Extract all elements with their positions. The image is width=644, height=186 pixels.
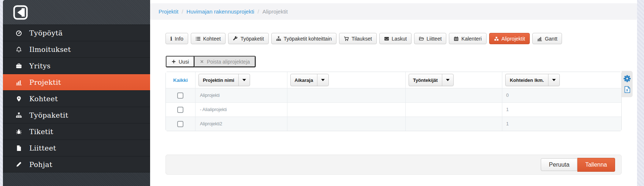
cell-deadline bbox=[287, 88, 405, 102]
tab-laskut[interactable]: Laskut bbox=[379, 33, 412, 44]
sidebar-item-pohjat[interactable]: Pohjat bbox=[3, 156, 150, 172]
file-icon bbox=[14, 145, 23, 151]
new-subproject-button[interactable]: Uusi bbox=[166, 56, 194, 67]
tab-label: Tilaukset bbox=[351, 36, 372, 42]
pencil-icon bbox=[14, 161, 23, 168]
delete-subprojects-button[interactable]: Poista aliprojekteja bbox=[194, 56, 256, 67]
tab-label: Laskut bbox=[392, 36, 407, 42]
column-dropdown-button[interactable] bbox=[548, 74, 559, 86]
sidebar-item-label: Pohjat bbox=[29, 160, 52, 168]
cell-project-name: Aliprojekti bbox=[195, 88, 287, 102]
folder-open-icon bbox=[419, 36, 424, 41]
sidebar-item-kohteet[interactable]: Kohteet bbox=[3, 90, 150, 107]
tab-tyopaketit-kohteittain[interactable]: Työpaketit kohteittain bbox=[271, 33, 337, 44]
row-checkbox[interactable] bbox=[177, 92, 183, 99]
sitemap-icon bbox=[276, 36, 281, 41]
column-sort-projektin-nimi[interactable]: Projektin nimi bbox=[198, 74, 250, 86]
tab-tilaukset[interactable]: Tilaukset bbox=[339, 33, 377, 44]
breadcrumb-link-projektit[interactable]: Projektit bbox=[159, 8, 178, 15]
sidebar-item-projektit[interactable]: Projektit bbox=[3, 74, 150, 90]
gear-icon[interactable] bbox=[623, 75, 631, 82]
sidebar: Työpöytä Ilmoitukset Yritys Projektit Ko… bbox=[3, 0, 150, 186]
chevron-down-icon bbox=[321, 79, 325, 81]
tab-liitteet[interactable]: Liitteet bbox=[414, 33, 446, 44]
save-button[interactable]: Tallenna bbox=[577, 158, 615, 172]
sidebar-item-label: Kohteet bbox=[29, 95, 58, 103]
calendar-icon bbox=[454, 36, 459, 41]
sidebar-item-tyopaketit[interactable]: Työpaketit bbox=[3, 107, 150, 123]
sidebar-item-yritys[interactable]: Yritys bbox=[3, 57, 150, 74]
list-icon bbox=[196, 36, 201, 41]
plus-icon bbox=[171, 59, 176, 64]
tab-label: Gantt bbox=[545, 36, 557, 42]
tab-gantt[interactable]: Gantt bbox=[532, 33, 562, 44]
sidebar-collapse-icon[interactable] bbox=[13, 5, 28, 20]
breadcrumb-link-project[interactable]: Huvimajan rakennusprojekti bbox=[186, 8, 254, 15]
subprojects-table: Kaikki Projektin nimi Aikaraja bbox=[165, 72, 622, 131]
column-header-label: Kohteiden lkm. bbox=[506, 74, 548, 86]
sidebar-footer bbox=[3, 172, 150, 186]
cell-deadline bbox=[287, 102, 405, 117]
column-sort-aikaraja[interactable]: Aikaraja bbox=[290, 74, 329, 86]
sidebar-header bbox=[3, 0, 150, 24]
cell-project-name: - Alialiprojekti bbox=[195, 102, 287, 117]
table-row: Aliprojekti 0 bbox=[166, 88, 621, 102]
cell-target-count: 0 bbox=[502, 88, 621, 102]
cell-employees bbox=[405, 102, 502, 117]
chevron-down-icon bbox=[242, 79, 246, 81]
tab-label: Kalenteri bbox=[461, 36, 481, 42]
tab-kalenteri[interactable]: Kalenteri bbox=[449, 33, 486, 44]
sidebar-item-tiketit[interactable]: Tiketit bbox=[3, 123, 150, 140]
breadcrumb-current: Aliprojektit bbox=[263, 8, 288, 15]
column-dropdown-button[interactable] bbox=[317, 74, 328, 86]
chevron-down-icon bbox=[552, 79, 556, 81]
column-header-label: Projektin nimi bbox=[199, 74, 238, 86]
map-marker-icon bbox=[14, 95, 23, 102]
table-row: - Alialiprojekti 1 bbox=[166, 102, 621, 117]
row-checkbox[interactable] bbox=[177, 121, 183, 127]
tab-label: Työpaketit bbox=[241, 36, 264, 42]
project-tab-strip: i Info Kohteet Työpaketit Työpaketit koh… bbox=[165, 33, 637, 44]
bar-chart-icon bbox=[14, 79, 23, 86]
sidebar-item-label: Työpöytä bbox=[29, 29, 63, 37]
sidebar-item-liitteet[interactable]: Liitteet bbox=[3, 140, 150, 156]
cell-project-name: Aliprojekti2 bbox=[195, 117, 287, 131]
new-subproject-label: Uusi bbox=[179, 59, 189, 65]
excel-export-icon[interactable]: x bbox=[624, 86, 630, 93]
bell-icon bbox=[14, 46, 23, 53]
briefcase-icon bbox=[14, 62, 23, 69]
tab-aliprojektit[interactable]: Aliprojektit bbox=[489, 33, 530, 44]
sidebar-item-label: Yritys bbox=[29, 62, 51, 70]
cell-deadline bbox=[287, 117, 405, 131]
dashboard-icon bbox=[14, 30, 23, 36]
column-dropdown-button[interactable] bbox=[442, 74, 453, 86]
tab-kohteet[interactable]: Kohteet bbox=[191, 33, 226, 44]
bug-icon bbox=[14, 128, 23, 135]
cell-employees bbox=[405, 117, 502, 131]
cell-target-count: 1 bbox=[502, 102, 621, 117]
sidebar-item-label: Työpaketit bbox=[29, 111, 68, 119]
sidebar-menu: Työpöytä Ilmoitukset Yritys Projektit Ko… bbox=[3, 24, 150, 172]
form-footer-panel: Peruuta Tallenna bbox=[165, 155, 622, 175]
tab-tyopaketit[interactable]: Työpaketit bbox=[228, 33, 269, 44]
tab-label: Työpaketit kohteittain bbox=[284, 36, 332, 42]
content-area: i Info Kohteet Työpaketit Työpaketit koh… bbox=[150, 33, 637, 175]
select-all-link[interactable]: Kaikki bbox=[166, 77, 195, 83]
delete-subprojects-label: Poista aliprojekteja bbox=[207, 59, 250, 65]
wrench-icon bbox=[233, 36, 238, 41]
sidebar-item-ilmoitukset[interactable]: Ilmoitukset bbox=[3, 41, 150, 57]
info-icon: i bbox=[170, 36, 172, 41]
tab-label: Liitteet bbox=[427, 36, 442, 42]
column-dropdown-button[interactable] bbox=[238, 74, 250, 86]
sidebar-item-label: Liitteet bbox=[29, 144, 56, 152]
tab-info[interactable]: i Info bbox=[165, 33, 188, 44]
cancel-button[interactable]: Peruuta bbox=[541, 158, 577, 171]
cell-target-count: 1 bbox=[502, 117, 621, 131]
column-sort-kohteiden-lkm[interactable]: Kohteiden lkm. bbox=[505, 74, 559, 86]
table-row: Aliprojekti2 1 bbox=[166, 117, 621, 131]
column-sort-tyontekijat[interactable]: Työntekijät bbox=[409, 74, 454, 86]
table-action-group: Uusi Poista aliprojekteja bbox=[165, 56, 256, 68]
sidebar-item-tyopoyta[interactable]: Työpöytä bbox=[3, 24, 150, 41]
row-checkbox[interactable] bbox=[177, 107, 183, 113]
breadcrumb: Projektit / Huvimajan rakennusprojekti /… bbox=[150, 3, 637, 20]
